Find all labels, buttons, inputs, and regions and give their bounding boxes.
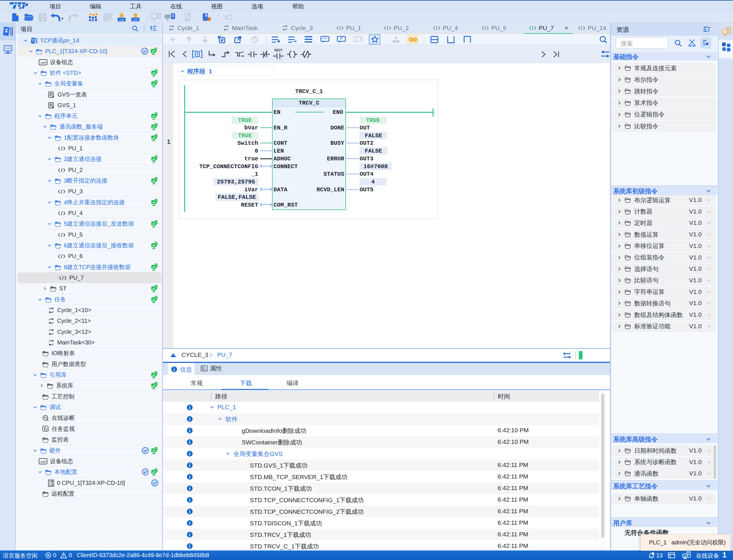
svg-text:1100: 1100 [119, 18, 124, 21]
svg-text:10: 10 [205, 15, 207, 17]
svg-text:/*: /* [340, 37, 343, 41]
svg-text:1100: 1100 [133, 18, 138, 21]
svg-text:NOT: NOT [274, 48, 283, 52]
svg-text:/*: /* [356, 37, 359, 41]
